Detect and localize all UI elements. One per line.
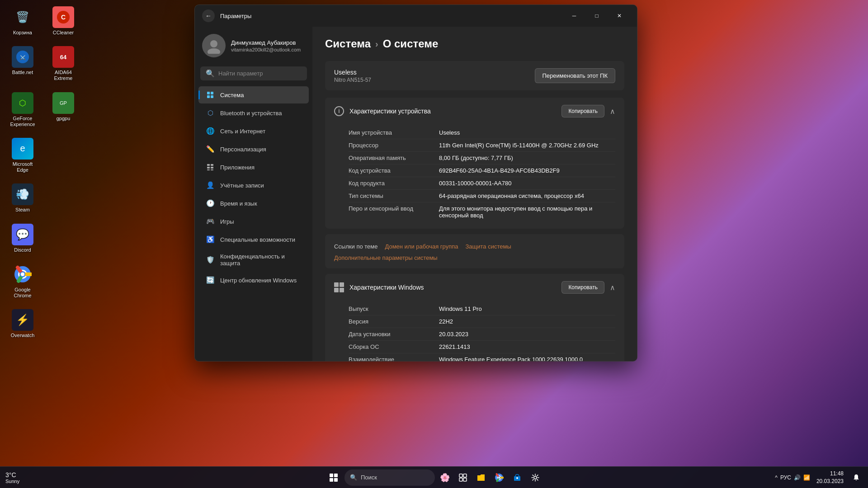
svg-point-36: [534, 476, 537, 479]
device-specs-header[interactable]: i Характеристики устройства Копировать ∧: [325, 98, 624, 125]
desktop-icon-discord[interactable]: 💬 Discord: [5, 222, 41, 255]
system-protection-link[interactable]: Защита системы: [465, 243, 511, 250]
desktop-icon-battlenet[interactable]: ⚔️ Battle.net: [5, 44, 41, 83]
device-chevron-icon[interactable]: ∧: [610, 107, 615, 116]
taskbar-icon-chrome[interactable]: [491, 469, 507, 486]
tray-volume-icon[interactable]: 🔊: [794, 474, 801, 481]
overwatch-label: Overwatch: [11, 333, 35, 338]
spec-row-cpu: Процессор 11th Gen Intel(R) Core(TM) i5-…: [349, 139, 615, 152]
spec-label-version: Версия: [349, 318, 439, 325]
spec-value-ram: 8,00 ГБ (доступно: 7,77 ГБ): [439, 155, 615, 161]
desktop-icon-aida64[interactable]: 64 AIDA64 Extreme: [45, 44, 81, 83]
clock-date: 20.03.2023: [816, 478, 844, 485]
windows-specs-title: Характеристики Windows: [349, 284, 424, 291]
spec-row-device-name: Имя устройства Useless: [349, 127, 615, 139]
discord-label: Discord: [14, 247, 31, 253]
tray-network-icon[interactable]: 📶: [803, 474, 810, 481]
taskbar-search[interactable]: 🔍 Поиск: [344, 469, 435, 486]
taskbar-search-icon: 🔍: [350, 474, 357, 481]
spec-value-build: 22621.1413: [439, 343, 615, 350]
svg-rect-26: [463, 474, 467, 477]
maximize-button[interactable]: □: [586, 9, 607, 23]
main-content: Система › О системе Useless Nitro AN515-…: [312, 27, 637, 361]
minimize-button[interactable]: ─: [564, 9, 585, 23]
taskbar-icon-store[interactable]: [509, 469, 525, 486]
spec-value-product-id: 00331-10000-00001-AA780: [439, 180, 615, 187]
spec-label-edition: Выпуск: [349, 305, 439, 312]
window-body: Динмухамед Аубакиров vitaminka200kill2@o…: [195, 27, 637, 361]
desktop-icon-chrome[interactable]: Google Chrome: [5, 262, 41, 300]
desktop-icon-geforce[interactable]: ⬡ GeForce Experience: [5, 90, 41, 129]
chrome-label: Google Chrome: [6, 287, 39, 299]
breadcrumb-separator: ›: [375, 39, 378, 49]
taskbar-icon-settings[interactable]: [527, 469, 543, 486]
sidebar-item-accounts[interactable]: 👤 Учётные записи: [198, 177, 309, 194]
svg-rect-23: [330, 478, 333, 482]
taskbar: 3°C Sunny 🔍 Поиск 🌸: [0, 466, 868, 488]
close-button[interactable]: ✕: [609, 9, 630, 23]
sidebar-item-network[interactable]: 🌐 Сеть и Интернет: [198, 122, 309, 140]
svg-rect-28: [463, 478, 467, 481]
windows-specs-header[interactable]: Характеристики Windows Копировать ∧: [325, 274, 624, 301]
windows-chevron-icon[interactable]: ∧: [610, 283, 615, 292]
advanced-settings-link[interactable]: Дополнительные параметры системы: [334, 254, 615, 261]
desktop-icon-gpgpu[interactable]: GP gpgpu: [45, 90, 81, 129]
sidebar-item-personal[interactable]: ✏️ Персонализация: [198, 141, 309, 158]
sidebar-item-updates[interactable]: 🔄 Центр обновления Windows: [198, 272, 309, 289]
desktop-icon-steam[interactable]: 💨 Steam: [5, 182, 41, 215]
rename-pc-button[interactable]: Переименовать этот ПК: [535, 68, 616, 83]
domain-link[interactable]: Домен или рабочая группа: [385, 243, 458, 250]
sidebar-item-apps[interactable]: Приложения: [198, 159, 309, 176]
sidebar-item-games[interactable]: 🎮 Игры: [198, 213, 309, 230]
avatar: [202, 34, 226, 57]
svg-rect-27: [459, 478, 462, 481]
sidebar-item-access[interactable]: ♿ Специальные возможности: [198, 231, 309, 248]
pc-name-info: Useless Nitro AN515-57: [334, 69, 371, 83]
notification-button[interactable]: [850, 471, 863, 484]
weather-widget[interactable]: 3°C Sunny: [5, 471, 19, 484]
svg-point-9: [210, 40, 217, 47]
sidebar-label-accounts: Учётные записи: [220, 182, 264, 189]
sidebar-item-bluetooth[interactable]: ⬡ Bluetooth и устройства: [198, 104, 309, 122]
breadcrumb-parent: Система: [325, 38, 371, 50]
spec-row-build: Сборка ОС 22621.1413: [349, 341, 615, 353]
system-clock[interactable]: 11:48 20.03.2023: [814, 469, 846, 486]
user-name: Динмухамед Аубакиров: [231, 39, 301, 46]
start-button[interactable]: [325, 469, 343, 487]
sidebar-item-privacy[interactable]: 🛡️ Конфиденциальность и защита: [198, 249, 309, 271]
battlenet-label: Battle.net: [12, 70, 33, 75]
device-copy-button[interactable]: Копировать: [561, 105, 604, 117]
spec-label-product-id: Код продукта: [349, 180, 439, 187]
sidebar-item-time[interactable]: 🕐 Время и язык: [198, 195, 309, 212]
bluetooth-icon: ⬡: [206, 108, 215, 117]
chrome-icon: [12, 263, 33, 285]
taskbar-icon-taskview[interactable]: [455, 469, 471, 486]
page-header: Система › О системе: [325, 38, 624, 50]
spec-value-version: 22H2: [439, 318, 615, 325]
back-button[interactable]: ←: [202, 9, 215, 22]
sidebar-item-sistema[interactable]: Система: [198, 86, 309, 103]
taskbar-search-label: Поиск: [361, 474, 377, 481]
info-icon: i: [334, 106, 344, 116]
desktop-icon-recycle[interactable]: 🗑️ Корзина: [5, 5, 41, 38]
taskbar-icon-explorer[interactable]: [473, 469, 489, 486]
recycle-bin-label: Корзина: [13, 30, 32, 36]
windows-copy-button[interactable]: Копировать: [561, 281, 604, 294]
tray-lang: РУС: [780, 474, 791, 481]
desktop-icon-overwatch[interactable]: ⚡ Overwatch: [5, 307, 41, 340]
user-email: vitaminka200kill2@outlook.com: [231, 47, 301, 52]
battlenet-icon: ⚔️: [12, 46, 33, 68]
spec-label-cpu: Процессор: [349, 142, 439, 149]
desktop-icon-edge[interactable]: e Microsoft Edge: [5, 136, 41, 175]
aida64-icon: 64: [52, 46, 74, 68]
desktop-icon-ccleaner[interactable]: C CCleaner: [45, 5, 81, 38]
tray-expand-icon[interactable]: ^: [775, 474, 778, 481]
taskbar-icon-widgets[interactable]: 🌸: [437, 469, 453, 486]
user-profile[interactable]: Динмухамед Аубакиров vitaminka200kill2@o…: [195, 27, 312, 66]
edge-icon: e: [12, 138, 33, 160]
svg-point-8: [21, 272, 24, 276]
search-box: 🔍: [200, 66, 307, 80]
svg-rect-16: [211, 164, 213, 166]
taskbar-center: 🔍 Поиск 🌸: [325, 469, 543, 487]
search-input[interactable]: [218, 70, 302, 77]
